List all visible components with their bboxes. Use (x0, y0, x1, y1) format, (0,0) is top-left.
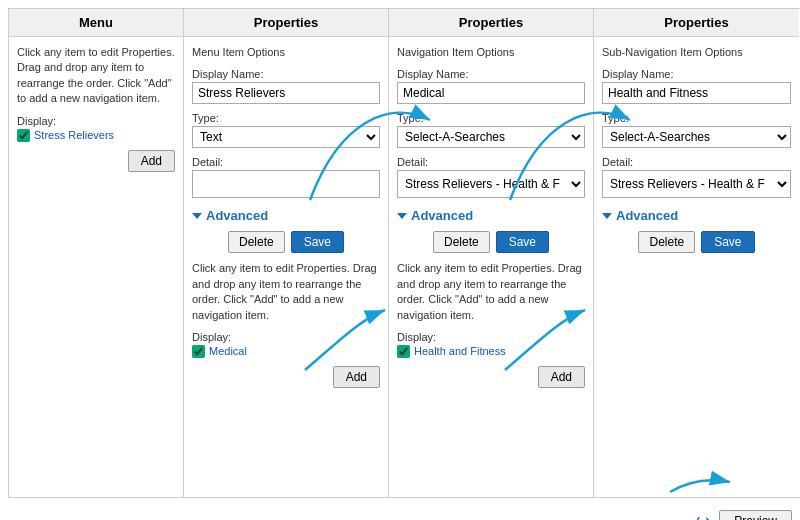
p2-display-name-label: Display Name: (397, 68, 585, 80)
p2-advanced-header: Advanced (397, 208, 585, 223)
properties-panel3-header: Properties (594, 9, 799, 37)
p1-nav-item-checkbox[interactable] (192, 345, 205, 358)
menu-display-label: Display: (17, 115, 175, 127)
p2-sub-header: Navigation Item Options (397, 45, 585, 60)
p2-nav-item-checkbox[interactable] (397, 345, 410, 358)
p2-detail-select[interactable]: Stress Relievers - Health & F (397, 170, 585, 198)
properties-panel2-header: Properties (389, 9, 593, 37)
p1-detail-label: Detail: (192, 156, 380, 168)
p1-display-label: Display: (192, 331, 380, 343)
p3-type-select[interactable]: Select-A-Searches (602, 126, 791, 148)
p1-sub-header: Menu Item Options (192, 45, 380, 60)
p1-save-button[interactable]: Save (291, 231, 344, 253)
p2-detail-label: Detail: (397, 156, 585, 168)
p3-chevron-icon (602, 213, 612, 219)
p3-display-name-input[interactable] (602, 82, 791, 104)
p1-advanced-header: Advanced (192, 208, 380, 223)
menu-panel-header: Menu (9, 9, 183, 37)
p1-display-name-input[interactable] (192, 82, 380, 104)
preview-button[interactable]: Preview (719, 510, 792, 520)
p2-bottom-info: Click any item to edit Properties. Drag … (397, 261, 585, 323)
p1-chevron-icon (192, 213, 202, 219)
p3-advanced-header: Advanced (602, 208, 791, 223)
p2-delete-button[interactable]: Delete (433, 231, 490, 253)
p3-display-name-label: Display Name: (602, 68, 791, 80)
p1-bottom-info: Click any item to edit Properties. Drag … (192, 261, 380, 323)
menu-info-text: Click any item to edit Properties. Drag … (17, 45, 175, 107)
properties-panel1-header: Properties (184, 9, 388, 37)
p1-detail-input[interactable] (192, 170, 380, 198)
p2-add-button[interactable]: Add (538, 366, 585, 388)
p3-detail-select[interactable]: Stress Relievers - Health & F (602, 170, 791, 198)
p1-delete-button[interactable]: Delete (228, 231, 285, 253)
p2-type-select[interactable]: Select-A-Searches (397, 126, 585, 148)
p2-type-label: Type: (397, 112, 585, 124)
p3-delete-button[interactable]: Delete (638, 231, 695, 253)
menu-item-link[interactable]: Stress Relievers (34, 129, 114, 141)
p3-detail-label: Detail: (602, 156, 791, 168)
p1-add-button[interactable]: Add (333, 366, 380, 388)
p2-display-name-input[interactable] (397, 82, 585, 104)
p1-type-select[interactable]: Text (192, 126, 380, 148)
preview-arrow-icon: ↪ (696, 510, 711, 520)
menu-add-button[interactable]: Add (128, 150, 175, 172)
p1-type-label: Type: (192, 112, 380, 124)
p2-save-button[interactable]: Save (496, 231, 549, 253)
p1-nav-item-link[interactable]: Medical (209, 345, 247, 357)
p3-save-button[interactable]: Save (701, 231, 754, 253)
p2-display-label: Display: (397, 331, 585, 343)
p2-chevron-icon (397, 213, 407, 219)
menu-item-checkbox[interactable] (17, 129, 30, 142)
p2-nav-item-link[interactable]: Health and Fitness (414, 345, 506, 357)
p3-sub-header: Sub-Navigation Item Options (602, 45, 791, 60)
p3-type-label: Type: (602, 112, 791, 124)
p1-display-name-label: Display Name: (192, 68, 380, 80)
